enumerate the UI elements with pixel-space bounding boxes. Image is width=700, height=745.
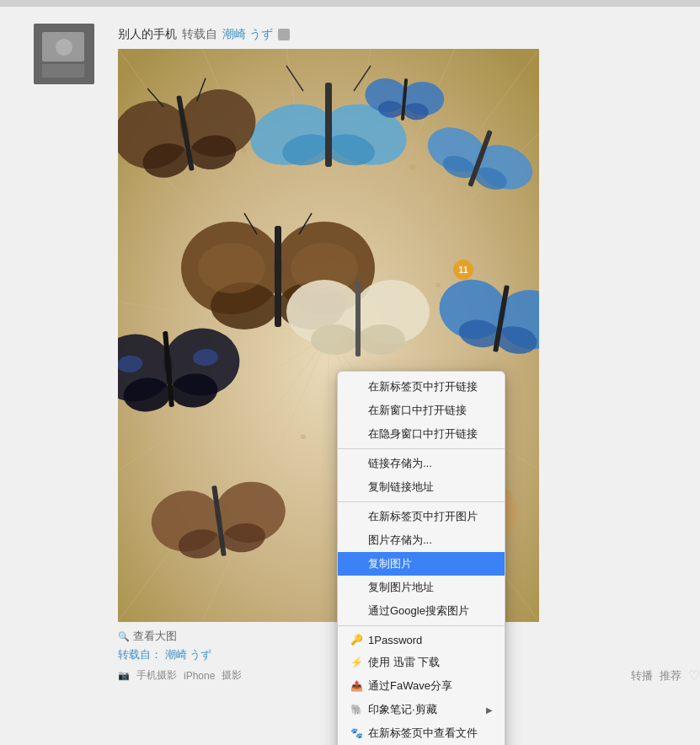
menu-label-open-link-tab: 在新标签页中打开链接 bbox=[368, 379, 493, 394]
menu-item-open-link-window[interactable]: 在新窗口中打开链接 bbox=[338, 399, 505, 422]
menu-label-1password: 1Password bbox=[368, 634, 493, 646]
svg-rect-36 bbox=[325, 83, 332, 167]
menu-icon-fawave: 📤 bbox=[350, 679, 363, 693]
svg-point-63 bbox=[358, 324, 405, 355]
post-header: 别人的手机 转载自 潮崎 うず bbox=[118, 27, 700, 42]
menu-item-copy-link[interactable]: 复制链接地址 bbox=[338, 475, 505, 499]
menu-icon-view-file: 🐾 bbox=[350, 726, 363, 740]
menu-label-copy-link: 复制链接地址 bbox=[368, 480, 493, 495]
menu-item-1password[interactable]: 🔑1Password bbox=[338, 629, 505, 651]
menu-item-save-image[interactable]: 图片存储为... bbox=[338, 528, 505, 552]
menu-icon-copy-image bbox=[350, 557, 363, 571]
menu-label-save-image: 图片存储为... bbox=[368, 533, 493, 548]
menu-icon-open-link-window bbox=[350, 404, 363, 417]
recommend-btn[interactable]: 推荐 bbox=[660, 668, 681, 683]
menu-icon-open-link-tab bbox=[350, 380, 363, 394]
tag-iphone[interactable]: iPhone bbox=[184, 670, 215, 682]
menu-item-open-image-tab[interactable]: 在新标签页中打开图片 bbox=[338, 505, 505, 528]
menu-item-copy-image-address[interactable]: 复制图片地址 bbox=[338, 576, 505, 599]
svg-text:11: 11 bbox=[458, 265, 468, 275]
context-menu: 在新标签页中打开链接在新窗口中打开链接在隐身窗口中打开链接链接存储为...复制链… bbox=[337, 371, 505, 745]
menu-item-open-link-tab[interactable]: 在新标签页中打开链接 bbox=[338, 375, 505, 399]
menu-label-fawave: 通过FaWave分享 bbox=[368, 678, 493, 694]
menu-icon-1password: 🔑 bbox=[350, 633, 363, 646]
magnify-icon: 🔍 bbox=[118, 631, 130, 642]
menu-icon-copy-link bbox=[350, 480, 363, 494]
heart-icon[interactable]: ♡ bbox=[688, 667, 700, 683]
menu-separator bbox=[338, 625, 505, 626]
menu-item-copy-image[interactable]: 复制图片 bbox=[338, 552, 505, 576]
svg-point-22 bbox=[242, 147, 247, 153]
menu-label-open-link-incognito: 在隐身窗口中打开链接 bbox=[368, 426, 493, 442]
forward-btn[interactable]: 转播 bbox=[631, 668, 653, 683]
menu-separator bbox=[338, 501, 505, 502]
svg-point-25 bbox=[410, 164, 415, 169]
menu-label-copy-image-address: 复制图片地址 bbox=[368, 580, 493, 595]
menu-icon-copy-image-address bbox=[350, 581, 363, 594]
svg-rect-57 bbox=[275, 226, 281, 327]
top-bar bbox=[0, 0, 700, 7]
menu-item-fawave[interactable]: 📤通过FaWave分享 bbox=[338, 674, 505, 698]
menu-item-xunlei[interactable]: ⚡使用 迅雷 下载 bbox=[338, 651, 505, 674]
menu-label-search-google: 通过Google搜索图片 bbox=[368, 603, 493, 619]
page-container: 别人的手机 转载自 潮崎 うず bbox=[0, 0, 700, 745]
tag-phone-photo[interactable]: 手机摄影 bbox=[136, 668, 177, 683]
menu-item-search-google[interactable]: 通过Google搜索图片 bbox=[338, 599, 505, 623]
menu-label-view-file: 在新标签页中查看文件 bbox=[368, 726, 493, 741]
menu-arrow-evernote: ▶ bbox=[486, 705, 493, 715]
menu-icon-open-image-tab bbox=[350, 510, 363, 523]
menu-icon-open-link-incognito bbox=[350, 427, 363, 441]
svg-point-28 bbox=[301, 434, 306, 439]
menu-icon-save-link bbox=[350, 457, 363, 470]
menu-separator bbox=[338, 448, 505, 449]
post-title: 别人的手机 bbox=[118, 27, 177, 42]
repost-from-label: 转载自： bbox=[118, 648, 162, 661]
menu-icon-xunlei: ⚡ bbox=[350, 656, 363, 669]
svg-point-55 bbox=[198, 243, 265, 293]
menu-label-xunlei: 使用 迅雷 下载 bbox=[368, 655, 493, 670]
post-forward-icon bbox=[278, 29, 290, 40]
post-author-name[interactable]: 潮崎 うず bbox=[222, 27, 273, 42]
svg-point-61 bbox=[311, 324, 358, 355]
menu-item-save-link[interactable]: 链接存储为... bbox=[338, 452, 505, 475]
menu-label-save-link: 链接存储为... bbox=[368, 456, 493, 471]
tag-photography[interactable]: 摄影 bbox=[222, 668, 242, 683]
menu-label-open-image-tab: 在新标签页中打开图片 bbox=[368, 509, 493, 524]
menu-icon-search-google bbox=[350, 604, 363, 618]
menu-label-evernote: 印象笔记·剪藏 bbox=[368, 702, 481, 717]
menu-label-copy-image: 复制图片 bbox=[368, 556, 493, 571]
post-reposted-label: 转载自 bbox=[182, 27, 217, 42]
view-large-label: 查看大图 bbox=[133, 629, 177, 644]
menu-icon-save-image bbox=[350, 533, 363, 547]
svg-point-27 bbox=[435, 282, 441, 287]
menu-label-open-link-window: 在新窗口中打开链接 bbox=[368, 403, 493, 418]
menu-item-view-file[interactable]: 🐾在新标签页中查看文件 bbox=[338, 721, 505, 745]
menu-item-evernote[interactable]: 🐘印象笔记·剪藏▶ bbox=[338, 698, 505, 721]
repost-author-link[interactable]: 潮崎 うず bbox=[165, 648, 212, 661]
menu-item-open-link-incognito[interactable]: 在隐身窗口中打开链接 bbox=[338, 422, 505, 446]
svg-rect-64 bbox=[355, 281, 361, 356]
menu-icon-evernote: 🐘 bbox=[350, 703, 363, 716]
tag-icon-1: 📷 bbox=[118, 670, 130, 681]
